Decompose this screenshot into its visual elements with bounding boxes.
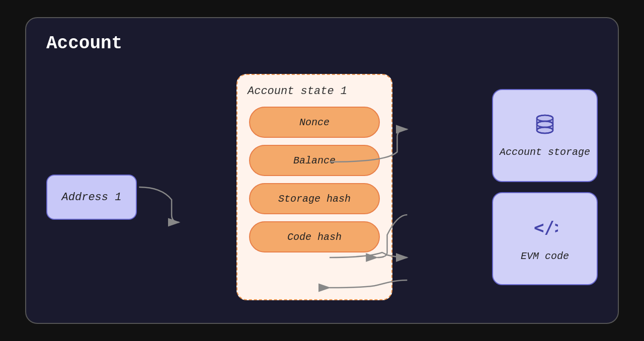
field-balance: Balance — [249, 145, 380, 176]
right-boxes: Account storage </> EVM code — [492, 89, 598, 285]
account-title: Account — [46, 33, 598, 54]
account-state-box: Account state 1 Nonce Balance Storage ha… — [236, 74, 392, 300]
evm-code-label: EVM code — [521, 249, 569, 264]
diagram-area: Address 1 Account state 1 Nonce Balance … — [46, 64, 598, 310]
svg-text:</>: </> — [534, 217, 558, 237]
field-storage-hash: Storage hash — [249, 183, 380, 214]
code-icon: </> — [532, 214, 558, 242]
address-label: Address 1 — [62, 191, 122, 204]
field-code-hash: Code hash — [249, 221, 380, 252]
evm-code-box: </> EVM code — [492, 192, 598, 285]
database-icon — [532, 112, 558, 138]
field-nonce: Nonce — [249, 107, 380, 138]
address-box: Address 1 — [46, 175, 137, 220]
main-container: Account Address 1 Account state 1 Nonce … — [25, 17, 619, 324]
account-storage-box: Account storage — [492, 89, 598, 182]
account-storage-label: Account storage — [500, 145, 590, 159]
account-state-title: Account state 1 — [248, 85, 347, 98]
